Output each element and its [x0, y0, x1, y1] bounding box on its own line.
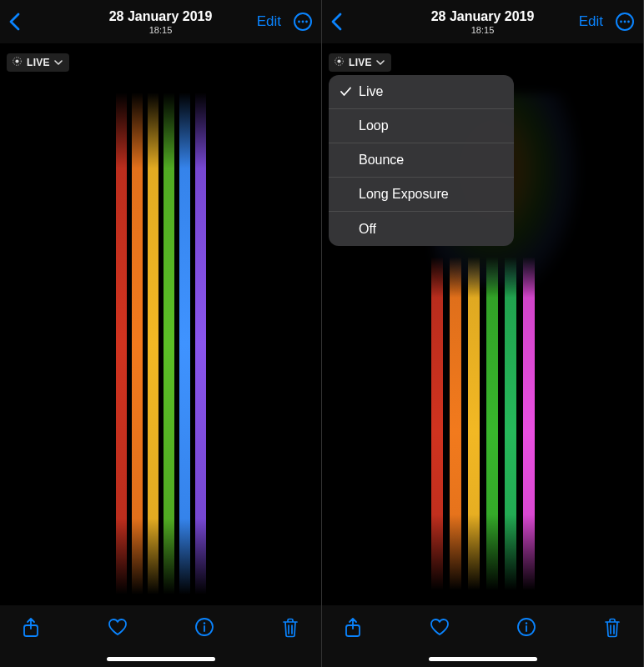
menu-item-label: Live [359, 84, 383, 99]
live-badge-label: LIVE [349, 57, 372, 68]
more-button[interactable] [293, 12, 313, 32]
svg-point-2 [302, 21, 304, 23]
live-badge[interactable]: LIVE [7, 53, 69, 72]
photo-content[interactable]: LIVE Live Loop Bounce Long Ex [322, 43, 643, 605]
screen-photo-viewer-menu-open: 28 January 2019 18:15 Edit LIVE [322, 0, 644, 667]
home-indicator[interactable] [107, 657, 215, 661]
header-title: 28 January 2019 18:15 [390, 9, 575, 35]
share-button[interactable] [22, 617, 40, 639]
svg-point-13 [337, 59, 340, 63]
check-icon [340, 87, 351, 97]
menu-item-label: Bounce [359, 153, 404, 168]
info-button[interactable] [516, 617, 536, 637]
top-bar: 28 January 2019 18:15 Edit [0, 0, 321, 43]
svg-point-8 [204, 622, 205, 624]
header-time: 18:15 [390, 25, 575, 35]
info-button[interactable] [194, 617, 214, 637]
back-button[interactable] [330, 13, 344, 31]
svg-point-11 [624, 21, 626, 23]
photo-content[interactable]: LIVE [0, 43, 321, 605]
photo-rainbow-stripes [111, 68, 211, 605]
svg-point-17 [526, 622, 527, 624]
screen-photo-viewer-collapsed: 28 January 2019 18:15 Edit LIVE [0, 0, 322, 667]
share-button[interactable] [344, 617, 362, 639]
header-date: 28 January 2019 [68, 9, 253, 24]
menu-item-bounce[interactable]: Bounce [329, 143, 514, 178]
svg-point-10 [620, 21, 622, 23]
header-title: 28 January 2019 18:15 [68, 9, 253, 35]
live-effect-menu: Live Loop Bounce Long Exposure Off [329, 75, 514, 246]
more-button[interactable] [615, 12, 635, 32]
menu-item-label: Off [359, 222, 376, 237]
header-time: 18:15 [68, 25, 253, 35]
live-badge[interactable]: LIVE [329, 53, 391, 72]
live-photo-icon [334, 56, 345, 69]
edit-button[interactable]: Edit [579, 13, 603, 30]
svg-point-3 [305, 21, 308, 23]
favorite-button[interactable] [107, 617, 128, 637]
svg-point-12 [627, 21, 630, 23]
delete-button[interactable] [603, 617, 621, 639]
edit-button[interactable]: Edit [257, 13, 281, 30]
chevron-down-icon [54, 57, 63, 68]
menu-item-off[interactable]: Off [329, 212, 514, 246]
chevron-down-icon [376, 57, 385, 68]
home-indicator[interactable] [429, 657, 537, 661]
live-badge-label: LIVE [27, 57, 50, 68]
live-photo-icon [12, 56, 23, 69]
favorite-button[interactable] [429, 617, 450, 637]
menu-item-label: Long Exposure [359, 187, 449, 202]
delete-button[interactable] [281, 617, 299, 639]
svg-point-1 [298, 21, 300, 23]
header-date: 28 January 2019 [390, 9, 575, 24]
back-button[interactable] [8, 13, 22, 31]
menu-item-label: Loop [359, 118, 389, 133]
photo-rainbow-stripes [430, 248, 536, 605]
top-bar: 28 January 2019 18:15 Edit [322, 0, 643, 43]
menu-item-loop[interactable]: Loop [329, 109, 514, 143]
menu-item-live[interactable]: Live [329, 75, 514, 109]
menu-item-long-exposure[interactable]: Long Exposure [329, 178, 514, 212]
svg-point-4 [15, 59, 18, 63]
